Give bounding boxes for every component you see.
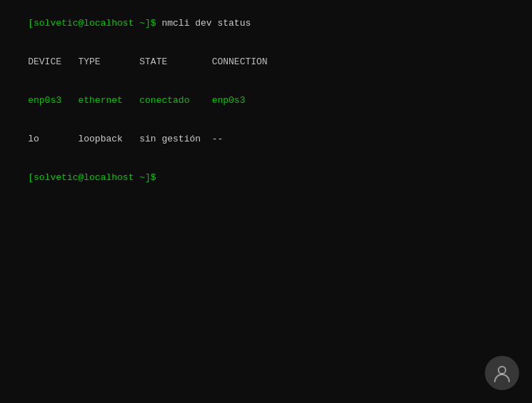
row-enp0s3-content: enp0s3 ethernet conectado enp0s3: [28, 95, 245, 106]
command-line-1: [solvetic@localhost ~]$ nmcli dev status: [6, 4, 526, 43]
row-lo-content: lo loopback sin gestión --: [28, 134, 223, 144]
terminal-window[interactable]: [solvetic@localhost ~]$ nmcli dev status…: [0, 0, 532, 403]
table-header: DEVICE TYPE STATE CONNECTION: [6, 43, 526, 81]
header-content: DEVICE TYPE STATE CONNECTION: [28, 56, 267, 67]
command-line-2: [solvetic@localhost ~]$: [6, 159, 526, 197]
table-row-enp0s3: enp0s3 ethernet conectado enp0s3: [6, 81, 526, 120]
watermark-icon: [485, 356, 519, 390]
prompt-2: [solvetic@localhost ~]$: [28, 172, 161, 183]
command-text-1: nmcli dev status: [161, 18, 251, 29]
prompt-1: [solvetic@localhost ~]$: [28, 18, 161, 29]
table-row-lo: lo loopback sin gestión --: [6, 120, 526, 159]
svg-point-0: [498, 367, 506, 374]
